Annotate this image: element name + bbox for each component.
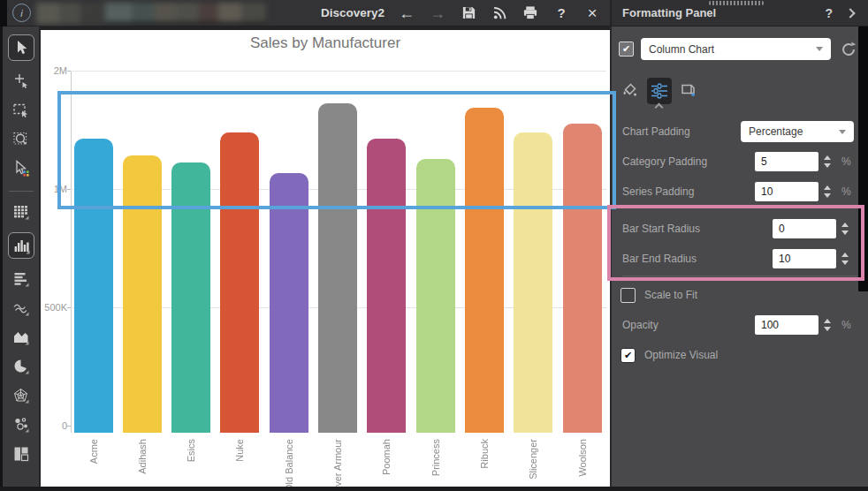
tab-settings[interactable]: [647, 78, 672, 104]
stepper-up-icon[interactable]: [841, 253, 849, 257]
stepper-up-icon[interactable]: [841, 223, 849, 227]
selected-tab-caret: [655, 103, 664, 112]
chart-canvas: Sales by Manufacturer 2M1M500K0AcmeAdiha…: [41, 26, 610, 487]
optimize-visual-checkbox[interactable]: ✔: [621, 348, 636, 363]
help-icon[interactable]: ?: [552, 4, 570, 23]
y-tick-mark-0: [67, 426, 71, 427]
sliders-icon: [651, 83, 668, 99]
panel-fields: Chart PaddingPercentageCategory Padding%…: [612, 120, 868, 366]
window-bottom-edge: [0, 487, 868, 491]
chart-padding-dropdown[interactable]: Percentage: [741, 121, 854, 142]
forward-arrow-icon[interactable]: →: [429, 4, 446, 23]
series-padding-input[interactable]: [755, 182, 819, 201]
category-padding-stepper[interactable]: [819, 152, 836, 171]
sidebar-item-marquee-select[interactable]: [6, 102, 36, 119]
print-icon[interactable]: [522, 4, 539, 23]
back-arrow-icon[interactable]: ←: [398, 4, 415, 23]
y-tick-label-2m: 2M: [41, 65, 67, 76]
sidebar-item-pie-chart[interactable]: [6, 358, 36, 375]
bar-slicenger[interactable]: [514, 132, 552, 433]
sidebar-item-treemap-chart[interactable]: [6, 445, 36, 463]
sidebar-item-line-chart[interactable]: [6, 299, 36, 317]
multi-select-pointer-icon: [12, 160, 30, 178]
stepper-down-icon[interactable]: [841, 230, 849, 235]
bar-nuke[interactable]: [220, 132, 259, 433]
sidebar-item-zoom-select[interactable]: [6, 131, 36, 148]
chevron-down-icon: [816, 47, 823, 51]
x-label-poomah: Poomah: [379, 439, 393, 491]
close-icon[interactable]: ×: [583, 4, 601, 23]
panel-title: Formatting Panel: [622, 6, 716, 19]
y-tick-mark-500k: [67, 307, 71, 308]
gridline-2m: [71, 71, 606, 72]
x-label-princess: Princess: [429, 439, 443, 491]
opacity-label: Opacity: [622, 319, 659, 331]
bar-end-radius-input[interactable]: [773, 249, 836, 268]
chart-plot: 2M1M500K0AcmeAdihashEsicsNukeOld Balance…: [41, 30, 610, 487]
bar-princess[interactable]: [416, 159, 455, 433]
save-icon[interactable]: [460, 4, 477, 23]
stepper-down-icon[interactable]: [824, 327, 831, 331]
formatting-panel-header: Formatting Panel ?: [610, 0, 868, 26]
bar-end-radius-control: [773, 249, 854, 268]
x-label-ribuck: Ribuck: [477, 439, 491, 491]
chart-type-checkbox[interactable]: ✔: [619, 42, 634, 57]
bar-woolson[interactable]: [563, 124, 602, 433]
field-bar-end-radius: Bar End Radius: [622, 247, 854, 270]
field-scale-to-fit: Scale to Fit: [621, 283, 854, 306]
bar-acme[interactable]: [74, 139, 113, 433]
sidebar-item-scatter-chart[interactable]: [6, 416, 36, 434]
sidebar-item-multi-select[interactable]: [6, 160, 36, 178]
sidebar-item-area-chart[interactable]: [6, 329, 36, 346]
opacity-input[interactable]: [755, 315, 819, 335]
y-tick-label-0: 0: [41, 420, 67, 431]
opacity-stepper[interactable]: [819, 315, 836, 335]
treemap-icon: [12, 445, 30, 463]
sidebar-item-bar-chart[interactable]: [6, 270, 36, 288]
x-label-esics: Esics: [184, 439, 198, 491]
stepper-down-icon[interactable]: [824, 163, 831, 168]
series-padding-stepper[interactable]: [819, 182, 836, 201]
bar-ribuck[interactable]: [465, 108, 504, 433]
bar-over-armour[interactable]: [318, 103, 357, 433]
bar-old-balance[interactable]: [270, 173, 308, 433]
chart-type-value: Column Chart: [649, 43, 714, 56]
chart-type-dropdown[interactable]: Column Chart: [641, 38, 831, 60]
stepper-down-icon[interactable]: [841, 261, 849, 265]
tab-fill-format[interactable]: [619, 78, 642, 102]
y-tick-label-500k: 500K: [41, 302, 67, 313]
sidebar-item-point-select[interactable]: [6, 72, 36, 90]
stepper-down-icon[interactable]: [824, 193, 831, 198]
stepper-up-icon[interactable]: [824, 155, 831, 160]
bar-chart-icon: [12, 270, 30, 288]
panel-drag-handle[interactable]: [709, 1, 764, 5]
scale-to-fit-checkbox[interactable]: [621, 288, 636, 303]
x-label-woolson: Woolson: [575, 439, 590, 491]
stepper-up-icon[interactable]: [824, 185, 831, 190]
sidebar-item-grid-view[interactable]: [6, 203, 36, 221]
bar-start-radius-stepper[interactable]: [836, 219, 854, 238]
optimize-visual-label: Optimize Visual: [644, 349, 718, 361]
feed-icon[interactable]: [491, 4, 508, 23]
panel-scroll-strip[interactable]: [858, 26, 868, 291]
tab-apply-format[interactable]: [677, 78, 700, 102]
sidebar-item-select-pointer[interactable]: [8, 34, 34, 61]
bar-esics[interactable]: [171, 162, 210, 433]
paint-bucket-icon: [621, 81, 639, 99]
category-padding-input[interactable]: [755, 152, 819, 171]
bar-poomah[interactable]: [367, 139, 406, 433]
area-chart-icon: [12, 329, 30, 346]
reset-icon[interactable]: [840, 41, 857, 58]
sidebar-item-column-chart[interactable]: [8, 232, 34, 259]
bar-adihash[interactable]: [123, 155, 162, 433]
panel-divider: [622, 276, 857, 276]
stepper-up-icon[interactable]: [824, 319, 831, 323]
panel-help-icon[interactable]: ?: [825, 6, 833, 20]
bar-start-radius-input[interactable]: [773, 219, 836, 238]
formatting-panel: ✔ Column Chart Chart PaddingPercentageCa…: [610, 26, 868, 487]
info-icon[interactable]: i: [12, 4, 31, 22]
sidebar-item-radar-chart[interactable]: [6, 387, 36, 404]
sidebar-divider: [9, 191, 34, 192]
panel-collapse-icon[interactable]: [845, 8, 855, 18]
bar-end-radius-stepper[interactable]: [836, 249, 854, 268]
